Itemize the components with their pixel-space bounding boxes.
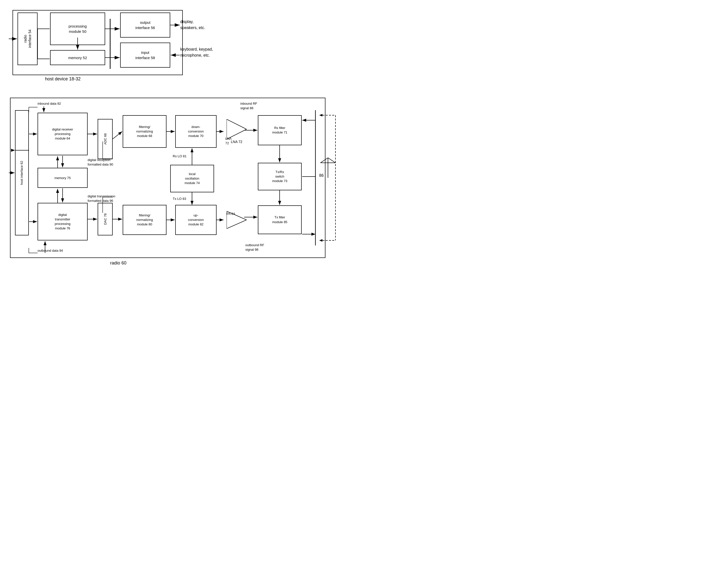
- uc-box: up- conversion module 82: [175, 205, 217, 235]
- dc70-label: down- conversion module 70: [188, 125, 204, 138]
- memory52-box: memory 52: [50, 50, 105, 65]
- dac-box: DAC 78: [98, 203, 113, 235]
- drp-box: digital receiver processing module 64: [38, 113, 88, 155]
- dtp-label: digital transmitter processing module 76: [55, 213, 71, 231]
- memory52-label: memory 52: [68, 56, 87, 60]
- diagram-container: host device 18-32 radiointerface 54 proc…: [5, 5, 358, 278]
- outbound-rf-label: outbound RFsignal 98: [245, 243, 264, 252]
- adc-label: ADC 66: [103, 133, 107, 145]
- radio-interface-box: radiointerface 54: [18, 13, 38, 65]
- output-interface-label: output interface 56: [135, 20, 155, 30]
- outbound-data-label: outbound data 94: [38, 248, 63, 253]
- inbound-rf-label: inbound RFsignal 88: [240, 101, 257, 110]
- adc-box: ADC 66: [98, 119, 113, 159]
- radio-interface-label: radiointerface 54: [23, 30, 32, 48]
- output-interface-box: output interface 56: [120, 13, 170, 38]
- inbound-data-label: inbound data 92: [38, 101, 61, 106]
- processing-module-label: processing module 50: [69, 24, 87, 34]
- bottom-diagram: radio 60 host interface 62 digital recei…: [5, 95, 355, 270]
- fn68-box: filtering/ normalizing module 68: [123, 115, 166, 148]
- antenna-number: 86: [319, 173, 324, 178]
- dac-label: DAC 78: [103, 213, 107, 225]
- digital-transmission-label: digital transmissionformatted data 96: [88, 194, 115, 203]
- display-label: display, speakers, etc.: [180, 19, 205, 31]
- fn80-label: filtering/ normalizing module 80: [136, 213, 153, 227]
- lna-label: LNA 72: [231, 140, 242, 144]
- processing-module-box: processing module 50: [50, 13, 105, 45]
- lna-triangle: [227, 119, 247, 139]
- radio-label: radio 60: [110, 260, 126, 266]
- rxf-box: Rx filter module 71: [258, 115, 302, 145]
- lna-text: LNA72: [225, 136, 232, 145]
- fn68-label: filtering/ normalizing module 68: [136, 125, 153, 138]
- fn80-box: filtering/ normalizing module 80: [123, 205, 166, 235]
- input-interface-box: input interface 58: [120, 43, 170, 68]
- dtp-box: digital transmitter processing module 76: [38, 203, 88, 240]
- host-interface-box: host interface 62: [15, 110, 29, 235]
- keyboard-label: keyboard, keypad, microphone, etc.: [180, 46, 213, 58]
- memory75-box: memory 75: [38, 168, 88, 188]
- lo74-label: local oscillation module 74: [185, 172, 200, 185]
- txrx-box: Tx/Rx switch module 73: [258, 163, 302, 190]
- dc-box: down- conversion module 70: [175, 115, 217, 148]
- svg-line-55: [328, 158, 335, 163]
- txf-box: Tx filter module 85: [258, 205, 302, 234]
- top-diagram: host device 18-32 radiointerface 54 proc…: [5, 5, 358, 85]
- lo-box: local oscillation module 74: [170, 165, 214, 192]
- svg-marker-13: [227, 119, 247, 139]
- txrx73-label: Tx/Rx switch module 73: [272, 170, 287, 183]
- host-interface-label: host interface 62: [20, 161, 24, 185]
- pa-label: PA 84: [227, 211, 235, 216]
- rxlo-label: Rx LO 81: [173, 154, 187, 158]
- rxf71-label: Rx filter module 71: [272, 126, 287, 135]
- uc82-label: up- conversion module 82: [188, 213, 204, 227]
- host-device-label: host device 18-32: [45, 76, 81, 82]
- txlo-label: Tx LO 83: [173, 196, 186, 201]
- pa-area: [224, 207, 249, 232]
- txf85-label: Tx filter module 85: [272, 215, 287, 224]
- memory75-label: memory 75: [54, 176, 71, 180]
- drp-label: digital receiver processing module 64: [52, 127, 73, 141]
- input-interface-label: input interface 58: [135, 50, 155, 60]
- digital-reception-label: digital receptionformatted data 90: [88, 158, 113, 167]
